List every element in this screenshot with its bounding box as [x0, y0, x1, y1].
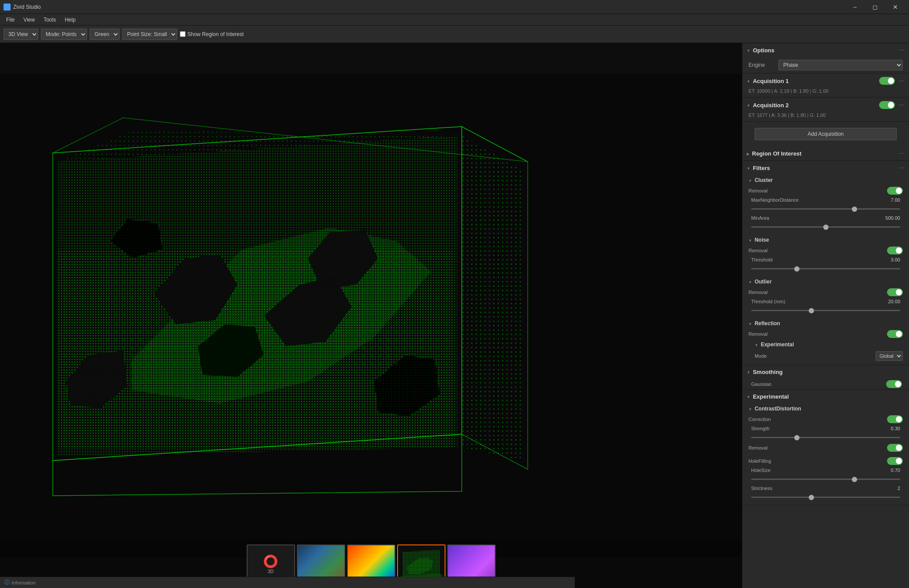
- add-acquisition-button[interactable]: Add Acquisition: [755, 128, 897, 140]
- strength-slider-container: [746, 432, 905, 443]
- roi-section: Region Of Interest ⋯: [742, 146, 909, 161]
- cluster-subsection: Cluster Removal MaxNeighborDistance 7.00…: [742, 175, 909, 235]
- strength-slider[interactable]: [751, 437, 900, 438]
- cluster-maxneighbor-value: 7.00: [878, 197, 900, 203]
- 3d-icon: ⭕: [263, 554, 278, 569]
- reflection-mode-dropdown[interactable]: Global Local: [876, 351, 903, 361]
- cluster-minarea-slider[interactable]: [751, 226, 900, 228]
- correction-label: Correction: [748, 417, 887, 422]
- holesize-slider[interactable]: [751, 479, 900, 480]
- view-mode-select[interactable]: 3D View: [4, 29, 38, 40]
- reflection-exp-toggle-icon: [755, 342, 758, 347]
- toolbar: 3D View Mode: Points Green Point Size: S…: [0, 25, 909, 43]
- cluster-maxneighbor-slider[interactable]: [751, 208, 900, 210]
- right-panel: Options ⋯ Engine Phase Stripe Acquisitio…: [742, 43, 909, 588]
- holesize-slider-container: [746, 474, 905, 484]
- acq1-dots[interactable]: ⋯: [898, 77, 905, 84]
- outlier-removal-toggle[interactable]: [887, 288, 903, 296]
- reflection-mode-label: Mode: [755, 353, 876, 359]
- outlier-removal-row: Removal: [746, 287, 905, 298]
- acquisition2-toggle[interactable]: [879, 101, 895, 109]
- holefilling-toggle[interactable]: [887, 457, 903, 465]
- acquisition1-toggle[interactable]: [879, 77, 895, 85]
- reflection-subsection: Reflection Removal Experimental Mode: [742, 318, 909, 365]
- filters-header[interactable]: Filters ⋯: [742, 161, 909, 175]
- experimental-header[interactable]: Experimental: [742, 390, 909, 403]
- reflection-experimental-header[interactable]: Experimental: [752, 339, 905, 350]
- menu-file[interactable]: File: [2, 15, 19, 25]
- acq2-dots[interactable]: ⋯: [898, 102, 905, 109]
- holefilling-label: HoleFilling: [748, 458, 887, 464]
- strictness-row: Strictness 2: [746, 484, 905, 492]
- outlier-threshold-row: Threshold (mm) 20.00: [746, 298, 905, 305]
- contrast-distortion-subsection: ContrastDistortion Correction Strength 0…: [742, 403, 909, 456]
- cluster-toggle-icon: [748, 178, 752, 183]
- show-roi-label[interactable]: Show Region of Interest: [180, 31, 244, 37]
- point-size-select[interactable]: Point Size: Small: [122, 29, 177, 40]
- outlier-threshold-slider[interactable]: [751, 310, 900, 311]
- options-header[interactable]: Options ⋯: [742, 43, 909, 57]
- cluster-maxneighbor-row: MaxNeighborDistance 7.00: [746, 196, 905, 204]
- menu-help[interactable]: Help: [60, 15, 80, 25]
- app-icon: [4, 4, 11, 11]
- reflection-header[interactable]: Reflection: [746, 318, 905, 329]
- smoothing-header[interactable]: Smoothing: [742, 365, 909, 379]
- cd-removal-row: Removal: [746, 443, 905, 453]
- strictness-slider[interactable]: [751, 497, 900, 498]
- minimize-button[interactable]: −: [845, 0, 865, 14]
- experimental-toggle-icon: [747, 394, 750, 399]
- cluster-header[interactable]: Cluster: [746, 175, 905, 185]
- outlier-header[interactable]: Outlier: [746, 276, 905, 287]
- maximize-button[interactable]: ◻: [865, 0, 885, 14]
- roi-dots[interactable]: ⋯: [898, 150, 905, 157]
- mode-select[interactable]: Mode: Points: [41, 29, 87, 40]
- options-dots[interactable]: ⋯: [898, 47, 905, 54]
- engine-dropdown[interactable]: Phase Stripe: [778, 60, 903, 70]
- strength-label: Strength: [751, 426, 878, 431]
- close-button[interactable]: ✕: [885, 0, 905, 14]
- outlier-threshold-value: 20.00: [878, 299, 900, 304]
- filters-dots[interactable]: ⋯: [898, 164, 905, 171]
- reflection-removal-toggle[interactable]: [887, 330, 903, 338]
- menu-tools[interactable]: Tools: [39, 15, 60, 25]
- noise-toggle-icon: [748, 238, 752, 243]
- cluster-removal-toggle[interactable]: [887, 187, 903, 195]
- smoothing-title: Smoothing: [753, 369, 905, 375]
- engine-label: Engine: [748, 62, 775, 68]
- cd-removal-label: Removal: [748, 445, 887, 450]
- outlier-removal-label: Removal: [748, 290, 887, 295]
- engine-row: Engine Phase Stripe: [742, 57, 909, 73]
- holefilling-row: HoleFilling: [746, 456, 905, 466]
- cd-toggle-icon: [748, 407, 752, 411]
- noise-threshold-value: 3.00: [878, 257, 900, 262]
- show-roi-checkbox[interactable]: [180, 31, 186, 37]
- cd-removal-toggle[interactable]: [887, 444, 903, 452]
- options-toggle-icon: [747, 48, 750, 53]
- viewport[interactable]: ⭕ 3D: [0, 43, 742, 588]
- options-section: Options ⋯ Engine Phase Stripe: [742, 43, 909, 73]
- smoothing-toggle-icon: [747, 370, 750, 374]
- roi-header[interactable]: Region Of Interest ⋯: [742, 146, 909, 160]
- cluster-title: Cluster: [755, 177, 903, 183]
- strictness-slider-container: [746, 492, 905, 502]
- holesize-value: 0.70: [878, 468, 900, 473]
- pointcloud-view: [0, 43, 742, 588]
- correction-toggle[interactable]: [887, 415, 903, 423]
- outlier-subsection: Outlier Removal Threshold (mm) 20.00: [742, 276, 909, 318]
- acquisition2-header: Acquisition 2 ⋯: [742, 98, 909, 113]
- smoothing-gaussian-label: Gaussian: [745, 381, 886, 387]
- noise-header[interactable]: Noise: [746, 235, 905, 245]
- status-text: Information: [11, 580, 36, 585]
- smoothing-gaussian-toggle[interactable]: [886, 380, 902, 388]
- experimental-section: Experimental ContrastDistortion Correcti…: [742, 390, 909, 505]
- reflection-removal-row: Removal: [746, 329, 905, 339]
- menu-view[interactable]: View: [19, 15, 39, 25]
- contrast-distortion-header[interactable]: ContrastDistortion: [746, 403, 905, 414]
- app-title: Zivid Studio: [13, 4, 41, 10]
- noise-threshold-row: Threshold 3.00: [746, 256, 905, 264]
- holesize-row: HoleSize 0.70: [746, 466, 905, 474]
- noise-removal-toggle[interactable]: [887, 247, 903, 254]
- noise-threshold-slider[interactable]: [751, 268, 900, 269]
- strictness-value: 2: [878, 486, 900, 491]
- color-select[interactable]: Green: [90, 29, 120, 40]
